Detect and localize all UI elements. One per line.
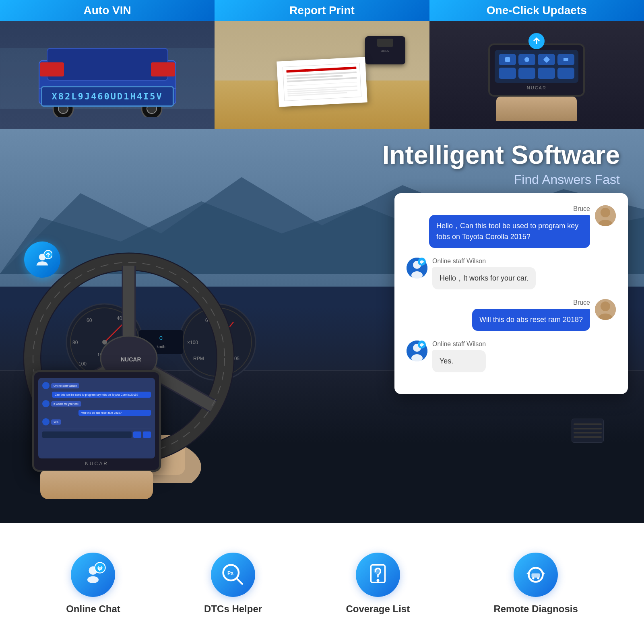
report-print-feature: OBD2 Report Print bbox=[215, 0, 429, 129]
coverage-list-label: Coverage List bbox=[346, 603, 410, 615]
online-chat-icon-circle bbox=[71, 553, 115, 597]
middle-section: NUCAR 60 80 100 40 120 140 15.5℃ bbox=[0, 129, 644, 523]
svg-text:Px: Px bbox=[227, 570, 233, 576]
bottom-feature-coverage-list: Coverage List bbox=[346, 553, 410, 615]
svg-text:NUCAR: NUCAR bbox=[121, 356, 141, 363]
dtcs-helper-label: DTCs Helper bbox=[204, 603, 262, 615]
report-print-label: Report Print bbox=[215, 0, 429, 21]
bottom-feature-dtcs-helper: Px DTCs Helper bbox=[204, 553, 262, 615]
bottom-feature-online-chat: Online Chat bbox=[66, 553, 120, 615]
svg-point-72 bbox=[376, 579, 379, 582]
chat-message-1: Bruce Hello，Can this tool be used to pro… bbox=[407, 205, 616, 248]
svg-point-77 bbox=[537, 577, 539, 579]
device-in-hand: Online staff Wilson Can this tool be use… bbox=[32, 370, 161, 499]
chat-message-4: Online staff Wilson Yes. bbox=[407, 341, 616, 372]
device-brand: NUCAR bbox=[38, 461, 155, 466]
svg-point-59 bbox=[601, 301, 610, 311]
auto-vin-feature: X82L9J460UD1H4I5V Auto VIN bbox=[0, 0, 215, 129]
chat-bubble-2: Hello，It works for your car. bbox=[432, 267, 536, 289]
auto-vin-label: Auto VIN bbox=[0, 0, 215, 21]
svg-point-52 bbox=[601, 208, 610, 217]
one-click-updates-label: One-Click Updaets bbox=[429, 0, 644, 21]
chat-message-2: Online staff Wilson Hello，It works for y… bbox=[407, 258, 616, 289]
svg-rect-6 bbox=[151, 62, 175, 76]
floating-chat-icon[interactable] bbox=[24, 242, 60, 278]
staff-avatar-2 bbox=[407, 341, 427, 361]
intelligent-subtitle: Find Answers Fast bbox=[382, 172, 620, 187]
svg-rect-5 bbox=[40, 62, 64, 76]
intelligent-title: Intelligent Software bbox=[382, 141, 620, 169]
bottom-feature-remote-diagnosis: Remote Diagnosis bbox=[493, 553, 578, 615]
chat-message-3: Bruce Will this do abs reset ram 2018? bbox=[407, 299, 616, 331]
vin-code: X82L9J460UD1H4I5V bbox=[52, 91, 163, 101]
coverage-list-icon-circle bbox=[356, 553, 400, 597]
chat-panel: Bruce Hello，Can this tool be used to pro… bbox=[394, 193, 628, 394]
bruce-avatar-2 bbox=[595, 299, 616, 320]
dtcs-helper-icon-circle: Px bbox=[211, 553, 255, 597]
chat-bubble-3: Will this do abs reset ram 2018? bbox=[472, 309, 590, 331]
sender-name-wilson-2: Online staff Wilson bbox=[432, 341, 486, 348]
remote-diagnosis-icon-circle bbox=[514, 553, 558, 597]
svg-point-66 bbox=[87, 576, 99, 584]
sender-name-bruce-1: Bruce bbox=[429, 205, 590, 213]
svg-rect-75 bbox=[532, 574, 540, 578]
svg-rect-3 bbox=[47, 48, 168, 80]
chat-bubble-4: Yes. bbox=[432, 350, 486, 372]
chat-bubble-1: Hello，Can this tool be used to program k… bbox=[429, 215, 590, 248]
svg-line-69 bbox=[237, 578, 242, 584]
bottom-section: Online Chat Px DTCs Helper Coverage bbox=[0, 523, 644, 644]
online-chat-label: Online Chat bbox=[66, 603, 120, 615]
intelligent-software-text-area: Intelligent Software Find Answers Fast bbox=[382, 141, 620, 187]
sender-name-bruce-2: Bruce bbox=[472, 299, 590, 306]
staff-avatar-1 bbox=[407, 258, 427, 279]
svg-point-76 bbox=[532, 577, 534, 579]
bruce-avatar-1 bbox=[595, 205, 616, 226]
remote-diagnosis-label: Remote Diagnosis bbox=[493, 603, 578, 615]
one-click-updates-feature: NUCAR One-Click Updaets bbox=[429, 0, 644, 129]
sender-name-wilson-1: Online staff Wilson bbox=[432, 258, 536, 265]
